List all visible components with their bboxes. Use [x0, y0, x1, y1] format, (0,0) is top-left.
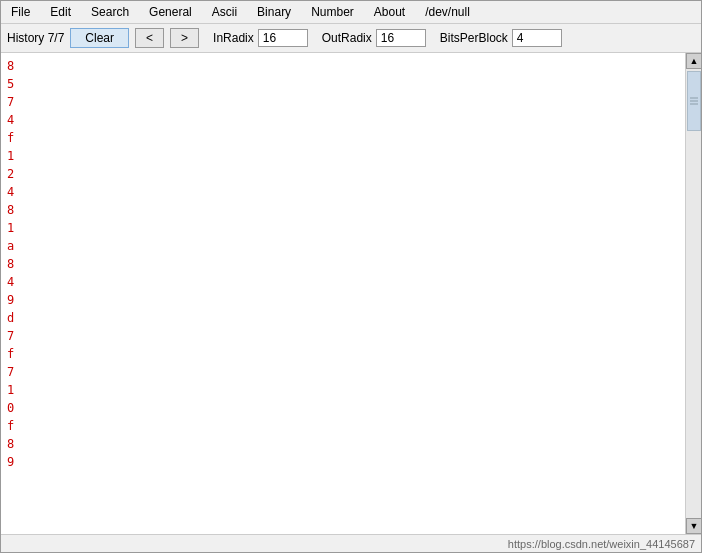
menu-file[interactable]: File	[5, 3, 36, 21]
bitsperblock-label: BitsPerBlock	[440, 31, 508, 45]
clear-button[interactable]: Clear	[70, 28, 129, 48]
content-area[interactable]: 8574f12481a849d7f710f89	[1, 53, 685, 534]
text-lines: 8574f12481a849d7f710f89	[1, 53, 685, 534]
text-line: 2	[7, 165, 679, 183]
bitsperblock-input[interactable]	[512, 29, 562, 47]
text-line: 7	[7, 363, 679, 381]
text-line: f	[7, 417, 679, 435]
text-line: 1	[7, 219, 679, 237]
text-line: 7	[7, 93, 679, 111]
menubar: File Edit Search General Ascii Binary Nu…	[1, 1, 701, 24]
text-line: 8	[7, 435, 679, 453]
bitsperblock-group: BitsPerBlock	[440, 29, 562, 47]
main-window: File Edit Search General Ascii Binary Nu…	[0, 0, 702, 553]
toolbar: History 7/7 Clear < > InRadix OutRadix B…	[1, 24, 701, 53]
status-bar: https://blog.csdn.net/weixin_44145687	[1, 534, 701, 552]
text-line: f	[7, 129, 679, 147]
text-line: a	[7, 237, 679, 255]
prev-button[interactable]: <	[135, 28, 164, 48]
status-url: https://blog.csdn.net/weixin_44145687	[508, 538, 695, 550]
text-line: f	[7, 345, 679, 363]
next-button[interactable]: >	[170, 28, 199, 48]
text-line: 4	[7, 183, 679, 201]
scrollbar-grip	[690, 100, 698, 102]
menu-number[interactable]: Number	[305, 3, 360, 21]
outradix-group: OutRadix	[322, 29, 426, 47]
menu-about[interactable]: About	[368, 3, 411, 21]
text-line: 1	[7, 147, 679, 165]
scrollbar-thumb[interactable]	[687, 71, 701, 131]
outradix-input[interactable]	[376, 29, 426, 47]
scrollbar: ▲ ▼	[685, 53, 701, 534]
text-line: 5	[7, 75, 679, 93]
menu-search[interactable]: Search	[85, 3, 135, 21]
text-line: 4	[7, 111, 679, 129]
menu-general[interactable]: General	[143, 3, 198, 21]
menu-ascii[interactable]: Ascii	[206, 3, 243, 21]
scroll-up-button[interactable]: ▲	[686, 53, 701, 69]
text-line: d	[7, 309, 679, 327]
text-line: 4	[7, 273, 679, 291]
text-line: 1	[7, 381, 679, 399]
history-label: History 7/7	[7, 31, 64, 45]
inradix-group: InRadix	[213, 29, 308, 47]
menu-binary[interactable]: Binary	[251, 3, 297, 21]
menu-edit[interactable]: Edit	[44, 3, 77, 21]
text-line: 8	[7, 201, 679, 219]
text-line: 0	[7, 399, 679, 417]
menu-devnull[interactable]: /dev/null	[419, 3, 476, 21]
text-line: 8	[7, 57, 679, 75]
main-area: 8574f12481a849d7f710f89 ▲ ▼	[1, 53, 701, 534]
scrollbar-track	[686, 69, 701, 518]
scroll-down-button[interactable]: ▼	[686, 518, 701, 534]
text-line: 9	[7, 291, 679, 309]
text-line: 7	[7, 327, 679, 345]
outradix-label: OutRadix	[322, 31, 372, 45]
inradix-input[interactable]	[258, 29, 308, 47]
text-line: 9	[7, 453, 679, 471]
text-line: 8	[7, 255, 679, 273]
inradix-label: InRadix	[213, 31, 254, 45]
